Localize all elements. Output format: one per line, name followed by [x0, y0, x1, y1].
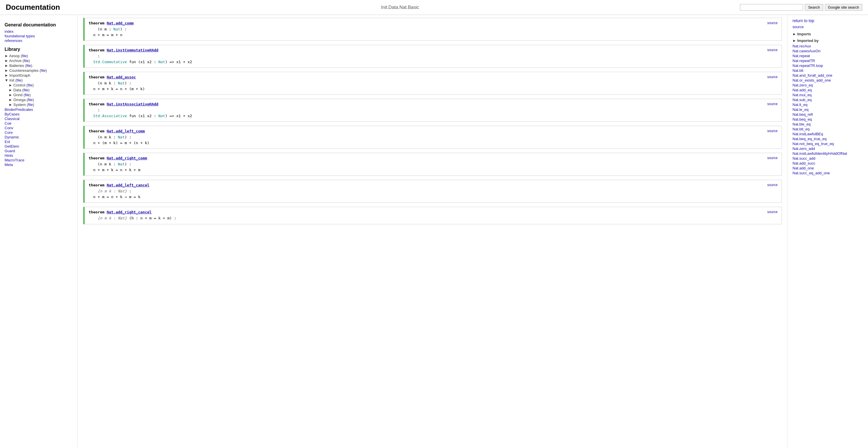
- sidebar-link-dynamic[interactable]: Dynamic: [5, 135, 73, 139]
- search-area: Search Google site search: [740, 4, 862, 11]
- sidebar-link-hints[interactable]: Hints: [5, 153, 73, 158]
- sidebar-link-meta[interactable]: Meta: [5, 162, 73, 167]
- sidebar-item-grind[interactable]: ► Grind (file): [9, 93, 73, 97]
- theorem-name-link[interactable]: Nat.instCommutativeHAdd: [107, 48, 158, 52]
- right-link-and-forall-add-one[interactable]: Nat.and_forall_add_one: [793, 73, 863, 78]
- theorem-body: (n m k : Nat) : n + m + k = n + k + m: [89, 161, 778, 173]
- sidebar-item-data[interactable]: ► Data (file): [9, 88, 73, 92]
- app-title: Documentation: [6, 3, 60, 12]
- sidebar-item-archive[interactable]: ► Archive (file): [5, 59, 73, 63]
- right-link-succ-eq-add-one[interactable]: Nat.succ_eq_add_one: [793, 171, 863, 175]
- theorem-name-link[interactable]: Nat.add_assoc: [107, 75, 136, 79]
- right-link-le-eq[interactable]: Nat.le_eq: [793, 108, 863, 112]
- sidebar-link-foundational[interactable]: foundational types: [5, 34, 73, 38]
- sidebar-item-control[interactable]: ► Control (file): [9, 83, 73, 87]
- google-search-button[interactable]: Google site search: [825, 4, 862, 11]
- right-link-ble-eq[interactable]: Nat.ble_eq: [793, 122, 863, 126]
- right-link-zero-add[interactable]: Nat.zero_add: [793, 146, 863, 151]
- sidebar-init-subsection: ► Control (file) ► Data (file) ► Grind (…: [9, 83, 73, 107]
- right-link-lt-eq[interactable]: Nat.lt_eq: [793, 102, 863, 107]
- sidebar-link-references[interactable]: references: [5, 38, 73, 43]
- theorem-line: (n m k : Nat) :: [89, 81, 778, 86]
- search-input[interactable]: [740, 4, 803, 11]
- theorem-keyword: theorem: [89, 48, 104, 52]
- right-link-or-exists-add-one[interactable]: Nat.or_exists_add_one: [793, 78, 863, 83]
- theorem-body: (n m k : Nat) : n + (m + k) = m + (n + k…: [89, 135, 778, 146]
- return-to-top-link[interactable]: return to top: [793, 19, 863, 23]
- theorem-name-link[interactable]: Nat.add_comm: [107, 21, 134, 25]
- right-link-zero-eq[interactable]: Nat.zero_eq: [793, 83, 863, 87]
- theorem-add-left-cancel: theorem Nat.add_left_cancel source {n m …: [83, 180, 782, 203]
- theorem-keyword: theorem: [89, 156, 104, 160]
- theorem-header: theorem Nat.add_assoc source: [89, 75, 778, 79]
- right-link-sub-eq[interactable]: Nat.sub_eq: [793, 98, 863, 102]
- theorem-name-link[interactable]: Nat.add_right_comm: [107, 156, 147, 160]
- theorem-header: theorem Nat.instCommutativeHAdd source: [89, 48, 778, 52]
- theorem-name-link[interactable]: Nat.add_left_comm: [107, 129, 145, 133]
- right-link-beq-eq-true-eq[interactable]: Nat.beq_eq_true_eq: [793, 137, 863, 141]
- theorem-line: Std.Commutative fun (x1 x2 : Nat) => x1 …: [89, 59, 778, 65]
- right-link-instlawfulidentity[interactable]: Nat.instLawfulIdentityHAddOfNat: [793, 151, 863, 156]
- right-link-beq-eq[interactable]: Nat.beq_eq: [793, 117, 863, 121]
- theorem-name-link[interactable]: Nat.add_left_cancel: [107, 183, 150, 187]
- right-link-recaux[interactable]: Nat.recAux: [793, 44, 863, 48]
- right-link-casesauxon[interactable]: Nat.casesAuxOn: [793, 49, 863, 53]
- right-link-beq-refl[interactable]: Nat.beq_refl: [793, 112, 863, 117]
- right-link-add-eq[interactable]: Nat.add_eq: [793, 88, 863, 92]
- sidebar-link-bycases[interactable]: ByCases: [5, 112, 73, 116]
- right-link-succ-add[interactable]: Nat.succ_add: [793, 156, 863, 160]
- sidebar-link-ext[interactable]: Ext: [5, 140, 73, 144]
- theorem-line: {n m k : Nat} :: [89, 188, 778, 194]
- source-link[interactable]: source: [767, 183, 778, 187]
- source-link[interactable]: source: [767, 21, 778, 25]
- right-link-repeat[interactable]: Nat.repeat: [793, 54, 863, 58]
- theorem-keyword: theorem: [89, 21, 104, 25]
- theorem-body: {n m k : Nat} (h : n + m = k + m) :: [89, 215, 778, 221]
- source-link[interactable]: source: [767, 48, 778, 52]
- theorem-header: theorem Nat.add_left_cancel source: [89, 183, 778, 187]
- sidebar-link-core[interactable]: Core: [5, 130, 73, 135]
- sidebar-item-importgraph[interactable]: ► ImportGraph: [5, 73, 73, 78]
- sidebar-link-guard[interactable]: Guard: [5, 149, 73, 153]
- sidebar-link-conv[interactable]: Conv: [5, 126, 73, 130]
- sidebar-item-system[interactable]: ► System (file): [9, 102, 73, 107]
- search-button[interactable]: Search: [805, 4, 823, 11]
- right-link-add-one[interactable]: Nat.add_one: [793, 166, 863, 170]
- main-layout: General documentation index foundational…: [0, 15, 868, 447]
- source-link[interactable]: source: [767, 156, 778, 160]
- sidebar-item-batteries[interactable]: ► Batteries (file): [5, 63, 73, 68]
- sidebar-item-aesop[interactable]: ► Aesop (file): [5, 54, 73, 58]
- right-link-repeattrloop[interactable]: Nat.repeatTR.loop: [793, 63, 863, 68]
- theorem-header: theorem Nat.add_right_cancel source: [89, 210, 778, 214]
- source-link[interactable]: source: [767, 75, 778, 79]
- right-link-add-succ[interactable]: Nat.add_succ: [793, 161, 863, 166]
- right-link-blt-eq[interactable]: Nat.blt_eq: [793, 127, 863, 131]
- sidebar-link-binderpredicates[interactable]: BinderPredicates: [5, 108, 73, 112]
- right-link-repeattr[interactable]: Nat.repeatTR: [793, 59, 863, 63]
- theorem-name-link[interactable]: Nat.add_right_cancel: [107, 210, 152, 214]
- right-link-instlawfulbeq[interactable]: Nat.instLawfulBEq: [793, 132, 863, 136]
- theorem-add-right-comm: theorem Nat.add_right_comm source (n m k…: [83, 153, 782, 176]
- sidebar-link-classical[interactable]: Classical: [5, 117, 73, 121]
- sidebar-item-init[interactable]: ▼ Init (file): [5, 78, 73, 83]
- source-link[interactable]: source: [767, 102, 778, 106]
- imports-header[interactable]: ► Imports: [793, 32, 863, 36]
- theorem-header: theorem Nat.instAssociativeHAdd source: [89, 102, 778, 106]
- sidebar-link-coe[interactable]: Coe: [5, 121, 73, 125]
- right-link-blt[interactable]: Nat.blt: [793, 68, 863, 73]
- theorem-line: Std.Associative fun (x1 x2 : Nat) => x1 …: [89, 113, 778, 119]
- source-link[interactable]: source: [767, 210, 778, 214]
- right-source-link[interactable]: source: [793, 25, 863, 29]
- theorem-name-link[interactable]: Nat.instAssociativeHAdd: [107, 102, 158, 106]
- sidebar-link-index[interactable]: index: [5, 29, 73, 34]
- right-link-mul-eq[interactable]: Nat.mul_eq: [793, 93, 863, 97]
- theorem-line: n + m + k = n + k + m: [89, 167, 778, 173]
- right-link-not-beq-eq-true-eq[interactable]: Nat.not_beq_eq_true_eq: [793, 142, 863, 146]
- sidebar-item-omega[interactable]: ► Omega (file): [9, 98, 73, 102]
- imported-by-header[interactable]: ► Imported by: [793, 38, 863, 43]
- sidebar-link-macrotrace[interactable]: MacroTrace: [5, 158, 73, 162]
- sidebar-item-counterexamples[interactable]: ► Counterexamples (file): [5, 68, 73, 73]
- source-link[interactable]: source: [767, 129, 778, 133]
- sidebar-link-getelem[interactable]: GetElem: [5, 144, 73, 148]
- theorem-body: {n m k : Nat} : n + m = n + k → m = k: [89, 188, 778, 200]
